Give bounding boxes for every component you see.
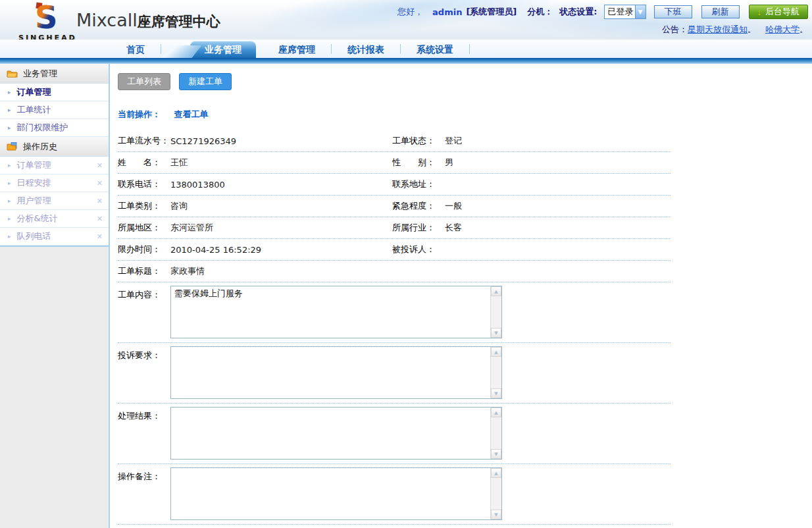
- tab-separator: [469, 44, 470, 54]
- svg-text:S: S: [35, 2, 58, 31]
- field-label: 投诉要求：: [118, 346, 170, 361]
- scroll-down-icon[interactable]: ▼: [491, 510, 501, 519]
- logo-text: SINGHEAD: [18, 34, 77, 40]
- close-icon[interactable]: ✕: [97, 179, 103, 188]
- textarea-scrollbar[interactable]: ▲ ▼: [490, 468, 501, 519]
- scroll-down-icon[interactable]: ▼: [491, 388, 501, 398]
- field-label: 性 别：: [392, 157, 445, 169]
- urgency-value: 一般: [445, 200, 671, 212]
- main-content: 工单列表 新建工单 当前操作： 查看工单 工单流水号： SC1271926349…: [110, 64, 812, 528]
- workorder-category-value: 咨询: [170, 200, 392, 212]
- workorder-content-textarea[interactable]: 需要保姆上门服务 ▲ ▼: [170, 286, 502, 338]
- close-icon[interactable]: ✕: [97, 161, 103, 170]
- scroll-down-icon[interactable]: ▼: [491, 449, 501, 459]
- tab-system-settings[interactable]: 系统设置: [401, 41, 469, 58]
- textarea-value: [172, 348, 490, 398]
- field-label: 被投诉人：: [392, 244, 445, 255]
- bullet-arrow-icon: ▸: [8, 215, 11, 222]
- handle-result-textarea[interactable]: ▲ ▼: [170, 407, 502, 460]
- off-duty-button[interactable]: 下班: [654, 5, 692, 18]
- notice-label: 公告：: [662, 24, 688, 34]
- title-suffix: 座席管理中心: [138, 14, 220, 30]
- current-operation-label: 当前操作：: [118, 109, 161, 119]
- form-row-deadline-complainee: 限办时间： 2010-04-25 16:52:29 被投诉人：: [118, 239, 671, 261]
- sidebar-section-business[interactable]: 业务管理: [0, 64, 109, 84]
- form-row-region-industry: 所属地区： 东河运管所 所属行业： 长客: [118, 217, 671, 239]
- new-workorder-button[interactable]: 新建工单: [179, 73, 232, 90]
- history-item-user-management[interactable]: ▸ 用户管理 ✕: [0, 192, 109, 210]
- tab-home[interactable]: 首页: [111, 41, 161, 58]
- backend-nav-label: 后台导航: [765, 6, 799, 18]
- form-row-phone-address: 联系电话： 1380013800 联系地址：: [118, 174, 671, 196]
- workorder-list-button[interactable]: 工单列表: [118, 73, 170, 90]
- down-arrow-icon: ↓: [757, 7, 762, 17]
- header-right: 您好， admin [系统管理员] 分机： 状态设置: 已登录 ▼ 下班 刷新 …: [397, 5, 808, 36]
- gender-value: 男: [445, 157, 671, 169]
- close-icon[interactable]: ✕: [97, 232, 103, 241]
- tab-business-management-active[interactable]: 业务管理: [190, 41, 256, 58]
- field-label: 处理结果：: [118, 407, 170, 422]
- refresh-button[interactable]: 刷新: [701, 5, 740, 18]
- sidebar-section-title: 业务管理: [23, 68, 57, 80]
- nav-divider-bar: [0, 58, 812, 64]
- history-item-analysis-stats[interactable]: ▸ 分析&统计 ✕: [0, 210, 109, 228]
- sidebar-item-order-management[interactable]: ▸ 订单管理: [0, 84, 109, 101]
- textarea-scrollbar[interactable]: ▲ ▼: [490, 286, 501, 338]
- tab-agent-management[interactable]: 座席管理: [263, 41, 331, 58]
- complaint-request-textarea[interactable]: ▲ ▼: [170, 346, 502, 399]
- workorder-status-value: 登记: [445, 135, 671, 147]
- tab-statistics-report[interactable]: 统计报表: [332, 41, 400, 58]
- history-item-queue-calls[interactable]: ▸ 队列电话 ✕: [0, 228, 109, 246]
- field-label: 工单内容：: [118, 286, 170, 301]
- current-operation: 当前操作： 查看工单: [118, 109, 812, 120]
- sidebar-filler: [0, 247, 109, 528]
- notice-link-harvard[interactable]: 哈佛大学: [765, 24, 799, 34]
- sidebar-item-label: 工单统计: [17, 104, 51, 116]
- folder-icon: [7, 69, 18, 78]
- textarea-scrollbar[interactable]: ▲ ▼: [490, 347, 501, 398]
- bullet-arrow-icon: ▸: [8, 89, 11, 95]
- status-select[interactable]: 已登录 ▼: [604, 5, 646, 19]
- field-label: 紧急程度：: [392, 200, 445, 212]
- field-label: 所属地区：: [118, 222, 170, 234]
- form-row-title: 工单标题： 家政事情: [118, 261, 671, 282]
- sidebar-item-label: 部门权限维护: [17, 122, 68, 134]
- textarea-value: [172, 408, 490, 458]
- current-operation-value: 查看工单: [174, 109, 209, 119]
- textarea-value: 需要保姆上门服务: [172, 287, 490, 337]
- bullet-arrow-icon: ▸: [8, 124, 11, 131]
- operation-note-textarea[interactable]: ▲ ▼: [170, 467, 502, 520]
- field-label: 工单类别：: [118, 200, 170, 212]
- customer-name-value: 王怔: [170, 157, 392, 169]
- scroll-up-icon[interactable]: ▲: [491, 347, 501, 357]
- workorder-title-value: 家政事情: [170, 265, 671, 277]
- field-label: 所属行业：: [392, 222, 445, 234]
- textarea-value: [172, 469, 490, 519]
- greeting-text: 您好，: [397, 6, 423, 18]
- user-role: [系统管理员]: [466, 6, 517, 18]
- bullet-arrow-icon: ▸: [8, 180, 11, 186]
- textarea-scrollbar[interactable]: ▲ ▼: [490, 408, 501, 459]
- scroll-up-icon[interactable]: ▲: [491, 286, 501, 296]
- close-icon[interactable]: ✕: [97, 215, 103, 223]
- history-item-schedule[interactable]: ▸ 日程安排 ✕: [0, 174, 109, 192]
- scroll-down-icon[interactable]: ▼: [491, 328, 501, 338]
- form-row-complaint-request: 投诉要求： ▲ ▼: [118, 343, 671, 404]
- main-nav: 首页 业务管理 座席管理 统计报表 系统设置: [0, 40, 812, 58]
- field-label: 工单标题：: [118, 265, 170, 277]
- sidebar-item-workorder-stats[interactable]: ▸ 工单统计: [0, 101, 109, 119]
- history-item-label: 队列电话: [17, 230, 51, 242]
- history-item-label: 订单管理: [17, 159, 51, 171]
- backend-nav-button[interactable]: ↓ 后台导航: [749, 5, 809, 19]
- industry-value: 长客: [445, 222, 671, 234]
- scroll-up-icon[interactable]: ▲: [491, 468, 501, 478]
- singhead-logo-icon: S: [26, 2, 69, 31]
- notice-link-holiday[interactable]: 星期天放假通知: [688, 24, 748, 34]
- history-item-order-management[interactable]: ▸ 订单管理 ✕: [0, 157, 109, 174]
- scroll-up-icon[interactable]: ▲: [491, 408, 501, 417]
- sidebar-section-history[interactable]: 操作历史: [0, 137, 109, 157]
- username: admin: [432, 7, 462, 17]
- close-icon[interactable]: ✕: [97, 197, 103, 205]
- field-label: 工单状态：: [392, 135, 445, 147]
- sidebar-item-department-permissions[interactable]: ▸ 部门权限维护: [0, 119, 109, 137]
